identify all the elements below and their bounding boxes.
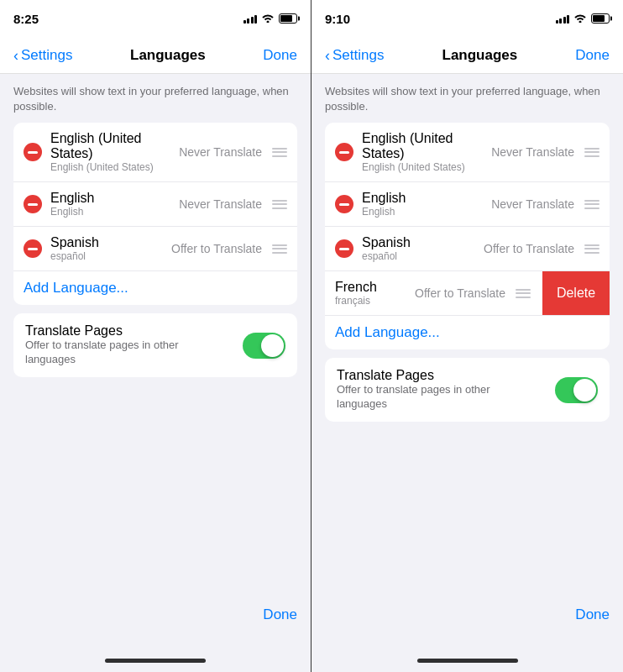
list-item[interactable]: English (United States) English (United … — [13, 123, 297, 182]
remove-button-spanish-left[interactable] — [24, 239, 42, 258]
list-item[interactable]: English English Never Translate — [13, 182, 297, 227]
add-language-left[interactable]: Add Language... — [13, 271, 297, 305]
home-indicator-right — [312, 648, 623, 672]
lang-sub: español — [50, 250, 171, 262]
back-button-right[interactable]: ‹ Settings — [325, 47, 384, 64]
home-indicator-left — [0, 648, 311, 672]
lang-sub: English (United States) — [362, 161, 491, 173]
lang-sub: English (United States) — [50, 161, 179, 173]
drag-handle-icon[interactable] — [584, 244, 599, 254]
swipe-delete-row[interactable]: French français Offer to Translate Delet… — [325, 271, 610, 316]
done-nav-left[interactable]: Done — [263, 47, 297, 64]
toggle-knob-left — [261, 334, 284, 357]
translate-pages-card-left: Translate Pages Offer to translate pages… — [13, 313, 297, 377]
content-left: Websites will show text in your preferre… — [0, 74, 311, 648]
signal-icon-right — [556, 13, 570, 24]
battery-icon-right — [591, 13, 610, 24]
translate-pages-title-right: Translate Pages — [337, 368, 505, 383]
remove-button-english-us-left[interactable] — [24, 143, 42, 161]
footer-right: Done — [312, 430, 623, 648]
wifi-icon-left — [261, 13, 275, 25]
lang-action: Never Translate — [491, 145, 574, 159]
drag-handle-icon[interactable] — [272, 244, 287, 254]
battery-icon-left — [279, 13, 297, 24]
page-title-right: Languages — [442, 47, 518, 64]
add-language-label-left: Add Language... — [24, 280, 128, 297]
footer-done-right[interactable]: Done — [575, 606, 610, 623]
lang-name: English — [50, 191, 179, 206]
chevron-left-icon: ‹ — [13, 48, 18, 63]
toggle-knob-right — [573, 379, 596, 402]
list-item[interactable]: Spanish español Offer to Translate — [13, 227, 297, 271]
lang-sub: English — [50, 206, 179, 218]
done-nav-right[interactable]: Done — [575, 47, 610, 64]
delete-button-french[interactable]: Delete — [542, 271, 610, 315]
remove-button-english-right[interactable] — [335, 195, 353, 213]
lang-name: English (United States) — [362, 131, 491, 161]
language-list-left: English (United States) English (United … — [13, 123, 297, 305]
lang-action-french: Offer to Translate — [415, 286, 505, 300]
back-label-right: Settings — [332, 47, 384, 64]
remove-button-spanish-right[interactable] — [335, 239, 353, 258]
translate-toggle-left[interactable] — [243, 333, 285, 359]
remove-button-english-left[interactable] — [24, 195, 42, 213]
translate-pages-card-right: Translate Pages Offer to translate pages… — [325, 358, 610, 422]
lang-sub: English — [362, 206, 491, 218]
wifi-icon-right — [573, 13, 587, 25]
lang-name: English — [362, 191, 491, 206]
page-title-left: Languages — [130, 47, 206, 64]
remove-button-english-us-right[interactable] — [335, 143, 353, 161]
list-item[interactable]: English (United States) English (United … — [325, 123, 610, 182]
left-panel: 8:25 ‹ Settings Languages Done Websites … — [0, 0, 312, 672]
footer-left: Done — [0, 386, 311, 648]
lang-action: Never Translate — [179, 197, 262, 211]
lang-sub: español — [362, 250, 484, 262]
description-right: Websites will show text in your preferre… — [312, 74, 623, 123]
translate-toggle-right[interactable] — [555, 377, 598, 403]
status-icons-left — [243, 13, 298, 25]
lang-action: Offer to Translate — [484, 242, 574, 255]
lang-sub-french: français — [335, 295, 415, 307]
add-language-right[interactable]: Add Language... — [325, 316, 610, 349]
translate-pages-sub-right: Offer to translate pages in other langua… — [337, 383, 505, 412]
nav-bar-left: ‹ Settings Languages Done — [0, 37, 311, 74]
lang-name-french: French — [335, 280, 415, 295]
lang-name: Spanish — [50, 235, 171, 250]
nav-bar-right: ‹ Settings Languages Done — [312, 37, 623, 74]
list-item[interactable]: English English Never Translate — [325, 182, 610, 227]
language-list-right: English (United States) English (United … — [325, 123, 610, 349]
lang-action: Never Translate — [491, 197, 574, 211]
chevron-left-icon-right: ‹ — [325, 48, 330, 63]
description-left: Websites will show text in your preferre… — [0, 74, 311, 123]
back-button-left[interactable]: ‹ Settings — [13, 47, 72, 64]
status-bar-right: 9:10 — [312, 0, 623, 37]
drag-handle-icon[interactable] — [272, 200, 287, 209]
back-label-left: Settings — [21, 47, 72, 64]
home-bar-left — [105, 659, 206, 663]
translate-pages-title-left: Translate Pages — [25, 323, 193, 339]
translate-pages-sub-left: Offer to translate pages in other langua… — [25, 339, 193, 367]
footer-done-left[interactable]: Done — [263, 606, 297, 623]
status-bar-left: 8:25 — [0, 0, 311, 37]
drag-handle-icon[interactable] — [272, 148, 287, 157]
signal-icon-left — [243, 13, 258, 24]
add-language-label-right: Add Language... — [335, 324, 440, 341]
lang-action: Offer to Translate — [171, 242, 262, 255]
lang-name: English (United States) — [50, 131, 179, 161]
time-right: 9:10 — [325, 12, 350, 26]
right-panel: 9:10 ‹ Settings Languages Done Websites … — [312, 0, 623, 672]
time-left: 8:25 — [13, 12, 39, 26]
list-item[interactable]: Spanish español Offer to Translate — [325, 227, 610, 271]
drag-handle-icon[interactable] — [584, 148, 599, 157]
lang-action: Never Translate — [179, 145, 262, 159]
lang-name: Spanish — [362, 235, 484, 250]
content-right: Websites will show text in your preferre… — [312, 74, 623, 648]
home-bar-right — [417, 659, 518, 663]
drag-handle-icon[interactable] — [584, 200, 599, 209]
drag-handle-icon[interactable] — [516, 289, 531, 298]
status-icons-right — [556, 13, 610, 25]
